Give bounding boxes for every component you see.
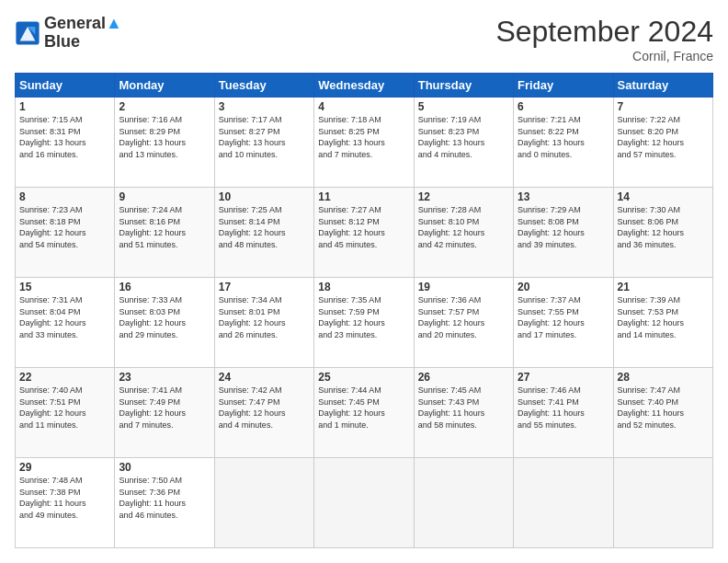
table-row xyxy=(314,458,414,548)
header-monday: Monday xyxy=(115,74,214,98)
table-row: 19Sunrise: 7:36 AMSunset: 7:57 PMDayligh… xyxy=(414,278,513,368)
logo-icon xyxy=(15,20,40,46)
table-row: 21Sunrise: 7:39 AMSunset: 7:53 PMDayligh… xyxy=(613,278,712,368)
header-sunday: Sunday xyxy=(16,74,115,98)
day-info: Sunrise: 7:36 AMSunset: 7:57 PMDaylight:… xyxy=(418,294,509,340)
table-row: 23Sunrise: 7:41 AMSunset: 7:49 PMDayligh… xyxy=(115,368,214,458)
day-info: Sunrise: 7:48 AMSunset: 7:38 PMDaylight:… xyxy=(19,475,110,521)
day-info: Sunrise: 7:21 AMSunset: 8:22 PMDaylight:… xyxy=(518,114,609,160)
day-number: 18 xyxy=(318,281,409,293)
day-info: Sunrise: 7:44 AMSunset: 7:45 PMDaylight:… xyxy=(318,385,409,431)
table-row: 12Sunrise: 7:28 AMSunset: 8:10 PMDayligh… xyxy=(414,188,513,278)
day-info: Sunrise: 7:25 AMSunset: 8:14 PMDaylight:… xyxy=(219,204,310,250)
day-number: 23 xyxy=(119,371,210,384)
table-row: 6Sunrise: 7:21 AMSunset: 8:22 PMDaylight… xyxy=(514,98,613,188)
day-info: Sunrise: 7:28 AMSunset: 8:10 PMDaylight:… xyxy=(418,204,509,250)
day-info: Sunrise: 7:46 AMSunset: 7:41 PMDaylight:… xyxy=(518,385,609,431)
day-number: 3 xyxy=(219,100,310,113)
calendar-week-row: 29Sunrise: 7:48 AMSunset: 7:38 PMDayligh… xyxy=(16,458,713,548)
calendar-week-row: 1Sunrise: 7:15 AMSunset: 8:31 PMDaylight… xyxy=(16,98,713,188)
day-info: Sunrise: 7:42 AMSunset: 7:47 PMDaylight:… xyxy=(219,385,310,431)
day-info: Sunrise: 7:19 AMSunset: 8:23 PMDaylight:… xyxy=(418,114,509,160)
day-info: Sunrise: 7:39 AMSunset: 7:53 PMDaylight:… xyxy=(618,294,709,340)
header-thursday: Thursday xyxy=(414,74,513,98)
day-info: Sunrise: 7:50 AMSunset: 7:36 PMDaylight:… xyxy=(119,475,210,521)
day-info: Sunrise: 7:29 AMSunset: 8:08 PMDaylight:… xyxy=(518,204,609,250)
day-number: 25 xyxy=(318,371,409,384)
day-number: 1 xyxy=(19,100,110,113)
table-row: 25Sunrise: 7:44 AMSunset: 7:45 PMDayligh… xyxy=(314,368,414,458)
table-row: 20Sunrise: 7:37 AMSunset: 7:55 PMDayligh… xyxy=(514,278,613,368)
table-row: 16Sunrise: 7:33 AMSunset: 8:03 PMDayligh… xyxy=(115,278,214,368)
day-number: 17 xyxy=(219,281,310,293)
table-row: 9Sunrise: 7:24 AMSunset: 8:16 PMDaylight… xyxy=(115,188,214,278)
month-title: September 2024 xyxy=(495,15,713,49)
table-row: 24Sunrise: 7:42 AMSunset: 7:47 PMDayligh… xyxy=(214,368,313,458)
day-number: 8 xyxy=(19,190,110,203)
calendar-week-row: 8Sunrise: 7:23 AMSunset: 8:18 PMDaylight… xyxy=(16,188,713,278)
day-number: 16 xyxy=(119,281,210,293)
table-row: 22Sunrise: 7:40 AMSunset: 7:51 PMDayligh… xyxy=(16,368,115,458)
day-number: 14 xyxy=(618,190,709,203)
table-row: 11Sunrise: 7:27 AMSunset: 8:12 PMDayligh… xyxy=(314,188,414,278)
table-row xyxy=(514,458,613,548)
header-saturday: Saturday xyxy=(613,74,712,98)
day-number: 21 xyxy=(618,281,709,293)
day-number: 20 xyxy=(518,281,609,293)
table-row xyxy=(214,458,313,548)
day-info: Sunrise: 7:18 AMSunset: 8:25 PMDaylight:… xyxy=(318,114,409,160)
day-number: 24 xyxy=(219,371,310,384)
day-info: Sunrise: 7:31 AMSunset: 8:04 PMDaylight:… xyxy=(19,294,110,340)
day-info: Sunrise: 7:37 AMSunset: 7:55 PMDaylight:… xyxy=(518,294,609,340)
table-row: 13Sunrise: 7:29 AMSunset: 8:08 PMDayligh… xyxy=(514,188,613,278)
day-info: Sunrise: 7:35 AMSunset: 7:59 PMDaylight:… xyxy=(318,294,409,340)
table-row: 7Sunrise: 7:22 AMSunset: 8:20 PMDaylight… xyxy=(613,98,712,188)
day-info: Sunrise: 7:24 AMSunset: 8:16 PMDaylight:… xyxy=(119,204,210,250)
table-row: 3Sunrise: 7:17 AMSunset: 8:27 PMDaylight… xyxy=(214,98,313,188)
day-number: 19 xyxy=(418,281,509,293)
page: General▲ Blue September 2024 Cornil, Fra… xyxy=(0,0,728,563)
table-row: 15Sunrise: 7:31 AMSunset: 8:04 PMDayligh… xyxy=(16,278,115,368)
table-row: 1Sunrise: 7:15 AMSunset: 8:31 PMDaylight… xyxy=(16,98,115,188)
day-number: 11 xyxy=(318,190,409,203)
header-friday: Friday xyxy=(514,74,613,98)
day-number: 2 xyxy=(119,100,210,113)
day-info: Sunrise: 7:45 AMSunset: 7:43 PMDaylight:… xyxy=(418,385,509,431)
table-row: 30Sunrise: 7:50 AMSunset: 7:36 PMDayligh… xyxy=(115,458,214,548)
table-row xyxy=(414,458,513,548)
day-number: 29 xyxy=(19,461,110,474)
logo: General▲ Blue xyxy=(15,15,122,52)
day-info: Sunrise: 7:30 AMSunset: 8:06 PMDaylight:… xyxy=(618,204,709,250)
day-number: 6 xyxy=(518,100,609,113)
calendar-header-row: Sunday Monday Tuesday Wednesday Thursday… xyxy=(16,74,713,98)
table-row: 5Sunrise: 7:19 AMSunset: 8:23 PMDaylight… xyxy=(414,98,513,188)
day-info: Sunrise: 7:41 AMSunset: 7:49 PMDaylight:… xyxy=(119,385,210,431)
day-info: Sunrise: 7:23 AMSunset: 8:18 PMDaylight:… xyxy=(19,204,110,250)
table-row: 26Sunrise: 7:45 AMSunset: 7:43 PMDayligh… xyxy=(414,368,513,458)
day-number: 5 xyxy=(418,100,509,113)
header-wednesday: Wednesday xyxy=(314,74,414,98)
day-number: 22 xyxy=(19,371,110,384)
location: Cornil, France xyxy=(495,49,713,63)
day-number: 15 xyxy=(19,281,110,293)
table-row: 29Sunrise: 7:48 AMSunset: 7:38 PMDayligh… xyxy=(16,458,115,548)
calendar-week-row: 22Sunrise: 7:40 AMSunset: 7:51 PMDayligh… xyxy=(16,368,713,458)
day-number: 9 xyxy=(119,190,210,203)
table-row: 17Sunrise: 7:34 AMSunset: 8:01 PMDayligh… xyxy=(214,278,313,368)
day-info: Sunrise: 7:34 AMSunset: 8:01 PMDaylight:… xyxy=(219,294,310,340)
header-tuesday: Tuesday xyxy=(214,74,313,98)
day-number: 7 xyxy=(618,100,709,113)
day-number: 27 xyxy=(518,371,609,384)
table-row: 28Sunrise: 7:47 AMSunset: 7:40 PMDayligh… xyxy=(613,368,712,458)
day-info: Sunrise: 7:33 AMSunset: 8:03 PMDaylight:… xyxy=(119,294,210,340)
table-row: 27Sunrise: 7:46 AMSunset: 7:41 PMDayligh… xyxy=(514,368,613,458)
title-block: September 2024 Cornil, France xyxy=(495,15,713,63)
day-number: 13 xyxy=(518,190,609,203)
day-info: Sunrise: 7:22 AMSunset: 8:20 PMDaylight:… xyxy=(618,114,709,160)
day-info: Sunrise: 7:17 AMSunset: 8:27 PMDaylight:… xyxy=(219,114,310,160)
table-row: 2Sunrise: 7:16 AMSunset: 8:29 PMDaylight… xyxy=(115,98,214,188)
calendar-table: Sunday Monday Tuesday Wednesday Thursday… xyxy=(15,73,713,548)
day-number: 28 xyxy=(618,371,709,384)
calendar-week-row: 15Sunrise: 7:31 AMSunset: 8:04 PMDayligh… xyxy=(16,278,713,368)
logo-text: General▲ Blue xyxy=(44,15,122,52)
